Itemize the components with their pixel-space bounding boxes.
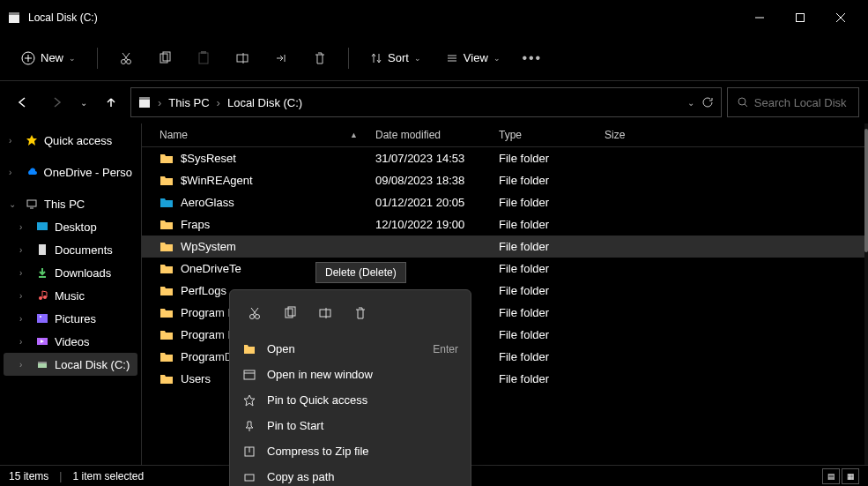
search-box[interactable] (727, 87, 859, 117)
chevron-icon: › (19, 268, 30, 278)
context-pin-to-quick-access[interactable]: Pin to Quick access (230, 387, 471, 413)
context-copy-as-path[interactable]: Copy as path (230, 464, 471, 486)
zip-icon (242, 445, 256, 458)
svg-rect-23 (139, 97, 150, 100)
back-button[interactable] (9, 88, 37, 116)
sort-button[interactable]: Sort ⌄ (361, 46, 430, 70)
forward-button[interactable] (42, 88, 70, 116)
sidebar-item-videos[interactable]: ›Videos (4, 330, 137, 353)
sidebar-label: Videos (55, 335, 90, 348)
file-date: 09/08/2023 18:38 (375, 174, 499, 187)
breadcrumb-segment[interactable]: Local Disk (C:) (227, 96, 302, 109)
pictures-icon (35, 311, 49, 325)
sidebar-item-pictures[interactable]: ›Pictures (4, 307, 137, 330)
refresh-button[interactable] (701, 96, 714, 108)
delete-button[interactable] (304, 42, 336, 74)
file-row[interactable]: $WinREAgent09/08/2023 18:38File folder (142, 169, 868, 191)
details-view-button[interactable]: ▤ (822, 468, 840, 484)
chevron-down-icon: ⌄ (69, 54, 76, 63)
svg-line-25 (745, 104, 747, 108)
chevron-icon: › (19, 291, 30, 301)
context-cut-button[interactable] (239, 297, 271, 329)
breadcrumb-segment[interactable]: This PC (168, 96, 209, 109)
column-type[interactable]: Type (499, 129, 605, 141)
paste-button[interactable] (188, 42, 219, 74)
rename-icon (235, 51, 249, 65)
svg-point-39 (250, 315, 255, 319)
sidebar-item-music[interactable]: ›Music (4, 284, 137, 307)
view-button[interactable]: View ⌄ (437, 46, 509, 70)
window-title: Local Disk (C:) (28, 11, 739, 24)
sidebar-label: Pictures (55, 312, 96, 325)
file-row[interactable]: WpSystemFile folder (142, 236, 868, 258)
address-bar[interactable]: › This PC › Local Disk (C:) ⌄ (130, 87, 722, 117)
context-open-in-new-window[interactable]: Open in new window (230, 362, 471, 387)
file-row[interactable]: Fraps12/10/2022 19:00File folder (142, 213, 868, 236)
svg-rect-38 (38, 362, 47, 363)
sidebar-item-quick-access[interactable]: ›Quick access (4, 129, 137, 152)
svg-rect-33 (37, 314, 48, 323)
tooltip: Delete (Delete) (315, 262, 406, 283)
close-button[interactable] (820, 4, 861, 32)
path-icon (242, 471, 256, 483)
cut-button[interactable] (110, 42, 142, 74)
file-name: $WinREAgent (181, 174, 253, 187)
context-pin-to-start[interactable]: Pin to Start (230, 413, 471, 438)
file-name: Users (181, 372, 211, 385)
sidebar-item-downloads[interactable]: ›Downloads (4, 261, 137, 284)
maximize-button[interactable] (780, 4, 820, 32)
scrollbar[interactable] (864, 123, 868, 465)
folder-icon (160, 219, 174, 231)
column-name[interactable]: Name▲ (151, 129, 375, 141)
svg-point-10 (127, 59, 131, 64)
file-type: File folder (499, 328, 605, 341)
file-type: File folder (499, 174, 605, 187)
folder-icon (160, 197, 174, 209)
thumbnails-view-button[interactable]: ▦ (842, 468, 859, 484)
svg-marker-26 (26, 135, 37, 146)
up-button[interactable] (97, 88, 125, 116)
file-row[interactable]: AeroGlass01/12/2021 20:05File folder (142, 191, 868, 213)
folder-icon (160, 175, 174, 187)
svg-rect-29 (37, 222, 48, 230)
rename-button[interactable] (226, 42, 258, 74)
file-name: AeroGlass (181, 196, 234, 209)
chevron-down-icon[interactable]: ⌄ (687, 98, 694, 108)
file-type: File folder (499, 262, 605, 275)
context-copy-button[interactable] (274, 297, 306, 329)
file-row[interactable]: $SysReset31/07/2023 14:53File folder (142, 147, 868, 169)
context-delete-button[interactable] (345, 297, 376, 329)
svg-point-32 (43, 295, 47, 299)
chevron-icon: › (19, 245, 30, 255)
file-type: File folder (499, 218, 605, 231)
sidebar-item-local-disk-c-[interactable]: ›Local Disk (C:) (4, 353, 137, 376)
more-button[interactable]: ••• (516, 42, 548, 74)
sidebar-item-onedrive-perso[interactable]: ›OneDrive - Perso (4, 161, 137, 183)
file-row[interactable]: OneDriveTeFile folder (142, 258, 868, 280)
folder-icon (160, 307, 174, 319)
music-icon (35, 288, 49, 303)
chevron-down-icon: ⌄ (80, 98, 87, 108)
new-button[interactable]: New ⌄ (12, 46, 85, 71)
share-button[interactable] (265, 42, 297, 74)
recent-button[interactable]: ⌄ (76, 88, 92, 116)
context-rename-button[interactable] (309, 297, 341, 329)
context-compress-to-zip-file[interactable]: Compress to Zip file (230, 438, 471, 464)
pin-icon (242, 420, 256, 432)
copy-button[interactable] (149, 42, 181, 74)
disk-icon (7, 11, 21, 25)
sidebar-item-desktop[interactable]: ›Desktop (4, 215, 137, 238)
context-open[interactable]: OpenEnter (230, 336, 471, 362)
svg-rect-16 (201, 51, 206, 54)
video-icon (35, 334, 49, 348)
column-size[interactable]: Size (605, 129, 675, 141)
sidebar-item-this-pc[interactable]: ⌄This PC (4, 192, 137, 215)
search-input[interactable] (754, 96, 849, 109)
file-name: $SysReset (181, 152, 236, 165)
file-type: File folder (499, 350, 605, 363)
scrollbar-thumb[interactable] (864, 129, 868, 252)
column-date[interactable]: Date modified (375, 129, 499, 141)
pc-icon (25, 197, 39, 211)
minimize-button[interactable] (739, 4, 780, 32)
sidebar-item-documents[interactable]: ›Documents (4, 238, 137, 261)
